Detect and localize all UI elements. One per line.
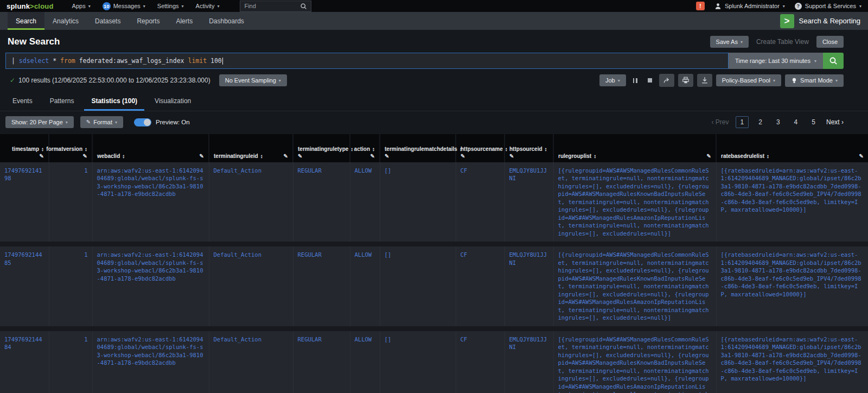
cell-rulegrouplist[interactable]: [{rulegroupid=AWS#AWSManagedRulesCommonR…	[553, 244, 716, 328]
results-tab-patterns[interactable]: Patterns	[43, 93, 81, 111]
page-button-4[interactable]: 4	[790, 117, 802, 128]
cell-ratebasedrulelist[interactable]: [{ratebasedruleid=arn:aws:wafv2:us-east-…	[716, 328, 868, 393]
cell-formatversion[interactable]: 1	[49, 328, 92, 393]
cell-httpsourceid[interactable]: EMLQJY8U1JJNI	[505, 328, 553, 393]
column-header-terminatingruleid[interactable]: terminatingruleid▲▼✎	[209, 134, 293, 162]
event-sampling-button[interactable]: No Event Sampling▾	[219, 74, 287, 86]
sort-icon[interactable]: ▲▼	[41, 147, 44, 151]
edit-column-icon[interactable]: ✎	[200, 154, 204, 159]
find-search-box[interactable]: Find	[240, 1, 311, 12]
results-tab-visualization[interactable]: Visualization	[148, 93, 198, 111]
nav-tab-dashboards[interactable]: Dashboards	[201, 12, 252, 30]
column-header-action[interactable]: action▲▼✎	[350, 134, 380, 162]
cell-timestamp[interactable]: 1749769214484	[0, 328, 49, 393]
sort-icon[interactable]: ▲▼	[85, 147, 87, 151]
preview-toggle[interactable]: Preview: On	[134, 118, 190, 126]
edit-column-icon[interactable]: ✎	[859, 154, 864, 159]
sort-icon[interactable]: ▲▼	[350, 147, 353, 151]
cell-timestamp[interactable]: 1749769214198	[0, 162, 49, 244]
page-button-2[interactable]: 2	[754, 117, 767, 128]
cell-httpsourceid[interactable]: EMLQJY8U1JJNI	[505, 162, 553, 244]
sort-icon[interactable]: ▲▼	[260, 154, 263, 159]
cell-timestamp[interactable]: 1749769214485	[0, 244, 49, 328]
sort-icon[interactable]: ▲▼	[545, 147, 547, 151]
edit-column-icon[interactable]: ✎	[707, 154, 711, 159]
cell-terminatingrulematchdetails[interactable]: []	[380, 244, 456, 328]
print-button[interactable]	[678, 74, 693, 87]
cell-terminatingruleid[interactable]: Default_Action	[209, 244, 293, 328]
cell-terminatingruletype[interactable]: REGULAR	[293, 328, 350, 393]
cell-terminatingruleid[interactable]: Default_Action	[209, 328, 293, 393]
stop-button[interactable]	[644, 74, 655, 87]
cell-action[interactable]: ALLOW	[350, 328, 380, 393]
save-as-button[interactable]: Save As▾	[710, 36, 749, 48]
column-header-terminatingruletype[interactable]: terminatingruletype▲▼✎	[293, 134, 350, 162]
edit-column-icon[interactable]: ✎	[40, 154, 44, 159]
edit-column-icon[interactable]: ✎	[509, 154, 514, 159]
cell-rulegrouplist[interactable]: [{rulegroupid=AWS#AWSManagedRulesCommonR…	[553, 328, 716, 393]
edit-column-icon[interactable]: ✎	[298, 154, 302, 159]
cell-terminatingruleid[interactable]: Default_Action	[209, 162, 293, 244]
topbar-menu-apps[interactable]: Apps▾	[72, 3, 91, 9]
column-header-httpsourceid[interactable]: httpsourceid▲▼✎	[505, 134, 553, 162]
results-tab-statistics[interactable]: Statistics (100)	[84, 93, 144, 111]
sort-icon[interactable]: ▲▼	[767, 154, 769, 159]
edit-column-icon[interactable]: ✎	[461, 154, 465, 159]
share-button[interactable]	[659, 74, 674, 87]
cell-webaclid[interactable]: arn:aws:wafv2:us-east-1:614209404689:glo…	[92, 328, 209, 393]
user-menu[interactable]: Splunk Administrator ▾	[714, 3, 785, 10]
column-header-webaclid[interactable]: webaclid▲▼✎	[92, 134, 209, 162]
splunk-cloud-logo[interactable]: splunk>cloud	[7, 2, 54, 10]
edit-column-icon[interactable]: ✎	[83, 154, 87, 159]
column-header-terminatingrulematchdetails[interactable]: terminatingrulematchdetails▲▼✎	[380, 134, 456, 162]
page-button-1[interactable]: 1	[736, 116, 749, 128]
format-button[interactable]: ✎ Format▾	[80, 116, 123, 128]
support-menu[interactable]: ? Support & Services ▾	[795, 3, 861, 10]
cell-webaclid[interactable]: arn:aws:wafv2:us-east-1:614209404689:glo…	[92, 162, 209, 244]
cell-rulegrouplist[interactable]: [{rulegroupid=AWS#AWSManagedRulesCommonR…	[553, 162, 716, 244]
edit-column-icon[interactable]: ✎	[284, 154, 288, 159]
topbar-menu-activity[interactable]: Activity▾	[196, 3, 220, 9]
nav-tab-search[interactable]: Search	[8, 12, 44, 30]
sort-icon[interactable]: ▲▼	[372, 147, 375, 151]
next-page-button[interactable]: Next ›	[826, 118, 844, 126]
cell-action[interactable]: ALLOW	[350, 244, 380, 328]
cell-terminatingrulematchdetails[interactable]: []	[380, 328, 456, 393]
column-header-timestamp[interactable]: timestamp▲▼✎	[0, 134, 49, 162]
cell-formatversion[interactable]: 1	[49, 162, 92, 244]
alert-badge[interactable]: !	[696, 2, 705, 10]
sort-icon[interactable]: ▲▼	[122, 154, 125, 159]
cell-terminatingruletype[interactable]: REGULAR	[293, 162, 350, 244]
search-query-input[interactable]: | sdselect * from federated:aws_waf_logs…	[5, 53, 729, 69]
cell-formatversion[interactable]: 1	[49, 244, 92, 328]
column-header-ratebasedrulelist[interactable]: ratebasedrulelist▲▼✎	[716, 134, 868, 162]
time-range-picker[interactable]: Time range: Last 30 minutes▾	[729, 53, 823, 69]
pause-button[interactable]	[630, 74, 641, 87]
cell-action[interactable]: ALLOW	[350, 162, 380, 244]
topbar-menu-settings[interactable]: Settings▾	[157, 3, 184, 9]
column-header-formatversion[interactable]: formatversion▲▼✎	[49, 134, 92, 162]
nav-tab-datasets[interactable]: Datasets	[87, 12, 129, 30]
column-header-rulegrouplist[interactable]: rulegrouplist▲▼✎	[553, 134, 716, 162]
per-page-button[interactable]: Show: 20 Per Page▾	[5, 116, 74, 128]
edit-column-icon[interactable]: ✎	[385, 154, 389, 159]
cell-ratebasedrulelist[interactable]: [{ratebasedruleid=arn:aws:wafv2:us-east-…	[716, 244, 868, 328]
cell-httpsourcename[interactable]: CF	[456, 162, 505, 244]
nav-tab-reports[interactable]: Reports	[129, 12, 168, 30]
search-mode-button[interactable]: Smart Mode▾	[785, 74, 844, 87]
cell-ratebasedrulelist[interactable]: [{ratebasedruleid=arn:aws:wafv2:us-east-…	[716, 162, 868, 244]
cell-terminatingrulematchdetails[interactable]: []	[380, 162, 456, 244]
sort-icon[interactable]: ▲▼	[505, 147, 508, 151]
nav-tab-alerts[interactable]: Alerts	[168, 12, 201, 30]
export-button[interactable]	[697, 74, 712, 87]
cell-httpsourceid[interactable]: EMLQJY8U1JJNI	[505, 244, 553, 328]
cell-terminatingruletype[interactable]: REGULAR	[293, 244, 350, 328]
cell-httpsourcename[interactable]: CF	[456, 328, 505, 393]
cell-httpsourcename[interactable]: CF	[456, 244, 505, 328]
sort-icon[interactable]: ▲▼	[593, 154, 596, 159]
column-header-httpsourcename[interactable]: httpsourcename▲▼✎	[456, 134, 505, 162]
topbar-menu-messages[interactable]: 10Messages▾	[103, 2, 145, 10]
job-menu-button[interactable]: Job▾	[599, 74, 626, 86]
page-button-3[interactable]: 3	[772, 117, 784, 128]
nav-tab-analytics[interactable]: Analytics	[44, 12, 87, 30]
